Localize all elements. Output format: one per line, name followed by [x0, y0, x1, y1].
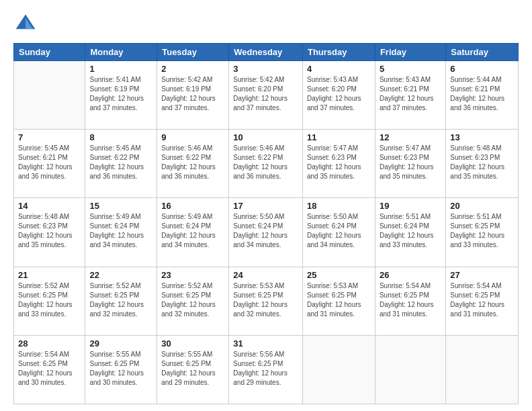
day-number: 15 — [89, 201, 152, 211]
calendar-cell: 1Sunrise: 5:41 AM Sunset: 6:19 PM Daylig… — [85, 61, 157, 130]
calendar-cell: 22Sunrise: 5:52 AM Sunset: 6:25 PM Dayli… — [85, 267, 157, 335]
day-number: 1 — [89, 64, 152, 74]
calendar-cell: 21Sunrise: 5:52 AM Sunset: 6:25 PM Dayli… — [14, 267, 85, 335]
logo-icon — [13, 12, 38, 36]
calendar-cell: 2Sunrise: 5:42 AM Sunset: 6:19 PM Daylig… — [157, 61, 229, 130]
day-number: 3 — [233, 64, 298, 74]
day-number: 24 — [233, 270, 298, 280]
calendar-cell: 5Sunrise: 5:43 AM Sunset: 6:21 PM Daylig… — [375, 61, 445, 130]
day-info: Sunrise: 5:42 AM Sunset: 6:20 PM Dayligh… — [233, 75, 298, 113]
calendar-cell: 6Sunrise: 5:44 AM Sunset: 6:21 PM Daylig… — [446, 61, 519, 130]
day-info: Sunrise: 5:50 AM Sunset: 6:24 PM Dayligh… — [307, 212, 371, 250]
day-info: Sunrise: 5:56 AM Sunset: 6:25 PM Dayligh… — [233, 350, 298, 387]
day-info: Sunrise: 5:45 AM Sunset: 6:22 PM Dayligh… — [89, 144, 152, 181]
day-info: Sunrise: 5:49 AM Sunset: 6:24 PM Dayligh… — [161, 212, 224, 250]
page: SundayMondayTuesdayWednesdayThursdayFrid… — [0, 0, 532, 411]
day-number: 19 — [380, 201, 441, 211]
calendar-cell: 8Sunrise: 5:45 AM Sunset: 6:22 PM Daylig… — [85, 130, 157, 198]
day-number: 30 — [161, 338, 224, 349]
day-number: 5 — [380, 64, 441, 74]
calendar-header-monday: Monday — [85, 44, 157, 61]
day-number: 27 — [450, 270, 514, 280]
calendar-cell: 30Sunrise: 5:55 AM Sunset: 6:25 PM Dayli… — [157, 335, 229, 404]
day-number: 26 — [380, 270, 441, 280]
day-info: Sunrise: 5:46 AM Sunset: 6:22 PM Dayligh… — [233, 144, 298, 181]
calendar-cell: 7Sunrise: 5:45 AM Sunset: 6:21 PM Daylig… — [14, 130, 85, 198]
day-info: Sunrise: 5:49 AM Sunset: 6:24 PM Dayligh… — [89, 212, 152, 250]
calendar-cell: 10Sunrise: 5:46 AM Sunset: 6:22 PM Dayli… — [229, 130, 303, 198]
calendar-cell: 26Sunrise: 5:54 AM Sunset: 6:25 PM Dayli… — [375, 267, 445, 335]
calendar-cell: 29Sunrise: 5:55 AM Sunset: 6:25 PM Dayli… — [85, 335, 157, 404]
day-number: 11 — [307, 132, 371, 142]
calendar-cell — [446, 335, 519, 404]
calendar-cell: 17Sunrise: 5:50 AM Sunset: 6:24 PM Dayli… — [229, 198, 303, 267]
day-number: 20 — [450, 201, 514, 211]
day-number: 21 — [18, 270, 81, 280]
day-number: 13 — [450, 132, 514, 142]
calendar-cell: 3Sunrise: 5:42 AM Sunset: 6:20 PM Daylig… — [229, 61, 303, 130]
day-info: Sunrise: 5:55 AM Sunset: 6:25 PM Dayligh… — [89, 350, 152, 387]
calendar-week-0: 1Sunrise: 5:41 AM Sunset: 6:19 PM Daylig… — [14, 61, 519, 130]
day-info: Sunrise: 5:55 AM Sunset: 6:25 PM Dayligh… — [161, 350, 224, 387]
day-info: Sunrise: 5:53 AM Sunset: 6:25 PM Dayligh… — [307, 281, 371, 319]
day-info: Sunrise: 5:52 AM Sunset: 6:25 PM Dayligh… — [161, 281, 224, 319]
calendar-header-tuesday: Tuesday — [157, 44, 229, 61]
calendar-cell: 18Sunrise: 5:50 AM Sunset: 6:24 PM Dayli… — [302, 198, 375, 267]
calendar-cell: 12Sunrise: 5:47 AM Sunset: 6:23 PM Dayli… — [375, 130, 445, 198]
calendar-week-1: 7Sunrise: 5:45 AM Sunset: 6:21 PM Daylig… — [14, 130, 519, 198]
calendar-cell: 24Sunrise: 5:53 AM Sunset: 6:25 PM Dayli… — [229, 267, 303, 335]
day-number: 28 — [18, 338, 81, 349]
calendar-header-sunday: Sunday — [14, 44, 85, 61]
day-info: Sunrise: 5:41 AM Sunset: 6:19 PM Dayligh… — [89, 75, 152, 113]
day-info: Sunrise: 5:44 AM Sunset: 6:21 PM Dayligh… — [450, 75, 514, 113]
day-info: Sunrise: 5:54 AM Sunset: 6:25 PM Dayligh… — [450, 281, 514, 319]
day-info: Sunrise: 5:42 AM Sunset: 6:19 PM Dayligh… — [161, 75, 224, 113]
logo — [13, 12, 39, 36]
day-info: Sunrise: 5:48 AM Sunset: 6:23 PM Dayligh… — [450, 144, 514, 181]
day-info: Sunrise: 5:43 AM Sunset: 6:21 PM Dayligh… — [380, 75, 441, 113]
calendar-header-wednesday: Wednesday — [229, 44, 303, 61]
calendar-cell: 27Sunrise: 5:54 AM Sunset: 6:25 PM Dayli… — [446, 267, 519, 335]
day-number: 29 — [89, 338, 152, 349]
day-number: 2 — [161, 64, 224, 74]
day-number: 31 — [233, 338, 298, 349]
calendar-cell — [375, 335, 445, 404]
day-number: 8 — [89, 132, 152, 142]
day-info: Sunrise: 5:51 AM Sunset: 6:25 PM Dayligh… — [450, 212, 514, 250]
calendar-cell: 14Sunrise: 5:48 AM Sunset: 6:23 PM Dayli… — [14, 198, 85, 267]
day-number: 12 — [380, 132, 441, 142]
calendar-cell: 19Sunrise: 5:51 AM Sunset: 6:24 PM Dayli… — [375, 198, 445, 267]
day-number: 7 — [18, 132, 81, 142]
day-info: Sunrise: 5:52 AM Sunset: 6:25 PM Dayligh… — [89, 281, 152, 319]
calendar-cell: 9Sunrise: 5:46 AM Sunset: 6:22 PM Daylig… — [157, 130, 229, 198]
day-info: Sunrise: 5:52 AM Sunset: 6:25 PM Dayligh… — [18, 281, 81, 319]
day-number: 10 — [233, 132, 298, 142]
calendar-header-thursday: Thursday — [302, 44, 375, 61]
day-info: Sunrise: 5:54 AM Sunset: 6:25 PM Dayligh… — [18, 350, 81, 387]
calendar-week-2: 14Sunrise: 5:48 AM Sunset: 6:23 PM Dayli… — [14, 198, 519, 267]
calendar-header-friday: Friday — [375, 44, 445, 61]
calendar-cell: 13Sunrise: 5:48 AM Sunset: 6:23 PM Dayli… — [446, 130, 519, 198]
day-number: 4 — [307, 64, 371, 74]
calendar-table: SundayMondayTuesdayWednesdayThursdayFrid… — [13, 43, 519, 404]
calendar-cell: 31Sunrise: 5:56 AM Sunset: 6:25 PM Dayli… — [229, 335, 303, 404]
day-number: 9 — [161, 132, 224, 142]
day-info: Sunrise: 5:43 AM Sunset: 6:20 PM Dayligh… — [307, 75, 371, 113]
calendar-cell — [302, 335, 375, 404]
calendar-cell: 20Sunrise: 5:51 AM Sunset: 6:25 PM Dayli… — [446, 198, 519, 267]
day-info: Sunrise: 5:48 AM Sunset: 6:23 PM Dayligh… — [18, 212, 81, 250]
calendar-cell: 16Sunrise: 5:49 AM Sunset: 6:24 PM Dayli… — [157, 198, 229, 267]
calendar-cell: 23Sunrise: 5:52 AM Sunset: 6:25 PM Dayli… — [157, 267, 229, 335]
calendar-cell: 28Sunrise: 5:54 AM Sunset: 6:25 PM Dayli… — [14, 335, 85, 404]
header — [13, 12, 519, 36]
day-number: 25 — [307, 270, 371, 280]
calendar-cell — [14, 61, 85, 130]
day-number: 17 — [233, 201, 298, 211]
calendar-header-saturday: Saturday — [446, 44, 519, 61]
day-info: Sunrise: 5:50 AM Sunset: 6:24 PM Dayligh… — [233, 212, 298, 250]
calendar-cell: 25Sunrise: 5:53 AM Sunset: 6:25 PM Dayli… — [302, 267, 375, 335]
day-number: 14 — [18, 201, 81, 211]
day-info: Sunrise: 5:54 AM Sunset: 6:25 PM Dayligh… — [380, 281, 441, 319]
calendar-cell: 11Sunrise: 5:47 AM Sunset: 6:23 PM Dayli… — [302, 130, 375, 198]
day-info: Sunrise: 5:45 AM Sunset: 6:21 PM Dayligh… — [18, 144, 81, 181]
